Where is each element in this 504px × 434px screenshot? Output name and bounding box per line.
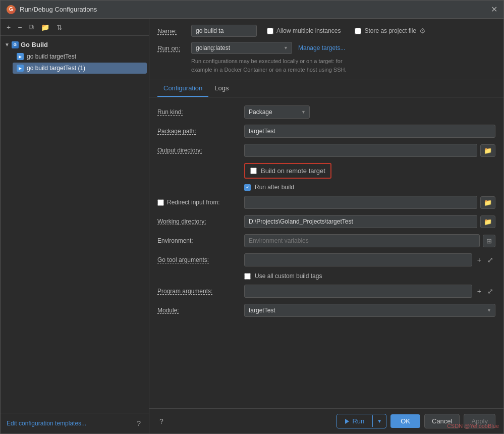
- redirect-input-browse-button[interactable]: 📁: [480, 196, 495, 209]
- program-arguments-input[interactable]: [244, 285, 472, 298]
- title-bar: G Run/Debug Configurations ✕: [1, 1, 503, 19]
- add-config-button[interactable]: +: [5, 22, 13, 32]
- sidebar-tree: ▼ G Go Build ▶ go build targetTest ▶ go …: [1, 36, 149, 227]
- store-as-project-group: Store as project file ⚙: [355, 27, 426, 35]
- config-body: Run kind: Package Package path:: [149, 97, 503, 408]
- name-label: Name:: [157, 27, 185, 35]
- tree-item-label: go build targetTest: [27, 53, 76, 60]
- output-directory-row: Output directory: 📁: [157, 144, 495, 157]
- help-button[interactable]: ?: [135, 417, 143, 429]
- run-on-row: Run on: golang:latest Manage targets...: [157, 42, 495, 54]
- folder-config-button[interactable]: 📁: [39, 22, 51, 32]
- sort-config-button[interactable]: ⇅: [54, 22, 65, 32]
- run-debug-dialog: G Run/Debug Configurations ✕ + − ⧉ 📁 ⇅ ▼…: [0, 0, 504, 434]
- custom-build-tags-checkbox[interactable]: [244, 273, 251, 280]
- working-directory-control: 📁: [244, 215, 495, 228]
- edit-templates-link[interactable]: Edit configuration templates...: [7, 420, 86, 427]
- dialog-title: Run/Debug Configurations: [20, 6, 97, 13]
- run-label: Run: [352, 417, 364, 425]
- run-after-build-row: ✓ Run after build: [244, 184, 495, 191]
- tree-group-gobuild: ▼ G Go Build ▶ go build targetTest ▶ go …: [1, 38, 149, 75]
- remove-config-button[interactable]: −: [16, 22, 24, 32]
- run-kind-select[interactable]: Package: [244, 105, 310, 119]
- run-on-label: Run on:: [157, 44, 185, 52]
- working-directory-label: Working directory:: [157, 218, 238, 225]
- run-on-select[interactable]: golang:latest: [191, 42, 292, 54]
- sidebar-toolbar: + − ⧉ 📁 ⇅: [1, 19, 149, 36]
- output-directory-control: 📁: [244, 144, 495, 157]
- name-input[interactable]: [191, 25, 257, 37]
- dialog-footer: ? Run ▼ OK Cancel Apply: [149, 408, 503, 433]
- output-directory-label: Output directory:: [157, 147, 238, 154]
- sidebar: + − ⧉ 📁 ⇅ ▼ G Go Build ▶ go build: [1, 19, 149, 433]
- right-panel: Name: Allow multiple instances Store as …: [149, 19, 503, 433]
- config-tabs: Configuration Logs: [149, 80, 503, 97]
- run-button[interactable]: Run: [337, 414, 372, 428]
- output-directory-input[interactable]: [244, 144, 477, 157]
- go-tool-args-action-btns: + ⤢: [475, 255, 495, 265]
- tree-items: ▶ go build targetTest ▶ go build targetT…: [1, 51, 149, 74]
- module-select[interactable]: targetTest: [244, 304, 495, 317]
- build-on-remote-checkbox[interactable]: [250, 168, 257, 174]
- go-tool-args-input[interactable]: [244, 253, 472, 266]
- store-as-project-checkbox[interactable]: [355, 28, 361, 34]
- output-directory-browse-button[interactable]: 📁: [480, 144, 495, 157]
- title-bar-left: G Run/Debug Configurations: [7, 5, 97, 14]
- ok-button[interactable]: OK: [390, 414, 420, 428]
- program-arguments-add-button[interactable]: +: [475, 286, 483, 296]
- play-icon: [345, 419, 349, 424]
- run-description: Run configurations may be executed local…: [191, 57, 495, 74]
- close-button[interactable]: ✕: [491, 5, 497, 14]
- footer-left: ?: [157, 415, 165, 427]
- redirect-input-row: Redirect input from: 📁: [157, 196, 495, 209]
- gear-icon[interactable]: ⚙: [419, 27, 426, 35]
- package-path-label: Package path:: [157, 128, 238, 135]
- go-tool-args-add-button[interactable]: +: [475, 255, 483, 265]
- module-select-wrapper: targetTest: [244, 304, 495, 317]
- tab-configuration[interactable]: Configuration: [157, 80, 208, 97]
- app-icon: G: [7, 5, 16, 14]
- redirect-input-checkbox[interactable]: [157, 199, 164, 206]
- build-on-remote-label[interactable]: Build on remote target: [261, 167, 325, 175]
- custom-build-tags-label[interactable]: Use all custom build tags: [255, 273, 322, 280]
- go-tool-args-row: Go tool arguments: + ⤢: [157, 253, 495, 266]
- run-dropdown-button[interactable]: ▼: [372, 415, 386, 427]
- environment-control: ⊞: [244, 234, 495, 247]
- watermark: CSDN @YelloooBlue: [447, 423, 499, 429]
- run-config-icon-active: ▶: [17, 65, 24, 72]
- tree-item[interactable]: ▶ go build targetTest: [13, 51, 147, 62]
- manage-targets-link[interactable]: Manage targets...: [298, 44, 345, 51]
- package-path-input[interactable]: [244, 125, 495, 138]
- working-directory-browse-button[interactable]: 📁: [480, 215, 495, 228]
- allow-multiple-group: Allow multiple instances: [267, 27, 341, 34]
- environment-input[interactable]: [244, 234, 480, 247]
- module-control: targetTest: [244, 304, 495, 317]
- run-kind-select-wrapper: Package: [244, 105, 310, 119]
- module-row: Module: targetTest: [157, 304, 495, 317]
- redirect-input-field[interactable]: [244, 196, 477, 209]
- tab-logs[interactable]: Logs: [208, 80, 235, 97]
- environment-browse-button[interactable]: ⊞: [483, 235, 495, 247]
- working-directory-input[interactable]: [244, 215, 477, 228]
- environment-label: Environment:: [157, 237, 238, 244]
- redirect-input-control: 📁: [244, 196, 495, 209]
- run-kind-control: Package: [244, 105, 495, 119]
- footer-help-button[interactable]: ?: [157, 415, 165, 427]
- tree-group-header[interactable]: ▼ G Go Build: [1, 39, 149, 50]
- redirect-input-label[interactable]: Redirect input from:: [167, 199, 220, 206]
- go-tool-args-expand-button[interactable]: ⤢: [485, 255, 495, 265]
- run-after-build-label[interactable]: Run after build: [255, 184, 294, 191]
- package-path-control: [244, 125, 495, 138]
- main-content: + − ⧉ 📁 ⇅ ▼ G Go Build ▶ go build: [1, 19, 503, 433]
- tree-item-active[interactable]: ▶ go build targetTest (1): [13, 63, 147, 74]
- build-on-remote-container: Build on remote target: [244, 163, 331, 179]
- allow-multiple-checkbox[interactable]: [267, 28, 273, 34]
- environment-row: Environment: ⊞: [157, 234, 495, 247]
- working-directory-row: Working directory: 📁: [157, 215, 495, 228]
- tree-item-label-active: go build targetTest (1): [27, 65, 85, 72]
- config-header: Name: Allow multiple instances Store as …: [149, 19, 503, 80]
- program-arguments-expand-button[interactable]: ⤢: [485, 286, 495, 296]
- copy-config-button[interactable]: ⧉: [27, 22, 36, 32]
- store-as-project-label[interactable]: Store as project file: [364, 27, 416, 34]
- allow-multiple-label[interactable]: Allow multiple instances: [276, 27, 341, 34]
